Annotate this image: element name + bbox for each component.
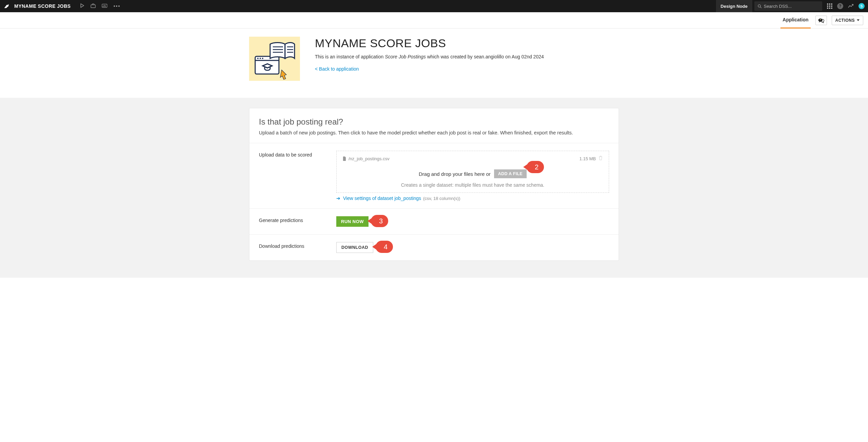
row-upload-label: Upload data to be scored: [259, 151, 336, 158]
delete-file-icon[interactable]: [599, 156, 603, 161]
uploaded-file-name: /nz_job_postings.csv: [348, 156, 390, 161]
search-icon: [758, 4, 762, 8]
trends-icon[interactable]: [848, 3, 854, 9]
dropzone-hint: Creates a single dataset: multiple files…: [343, 182, 603, 188]
card-description: Upload a batch of new job postings. Then…: [259, 130, 609, 135]
svg-rect-0: [91, 5, 95, 7]
project-name[interactable]: MYNAME SCORE JOBS: [14, 3, 71, 9]
download-button[interactable]: DOWNLOAD: [336, 242, 373, 253]
body-region: Is that job posting real? Upload a batch…: [0, 98, 868, 278]
search-box[interactable]: [754, 1, 822, 11]
user-avatar[interactable]: S: [858, 3, 865, 9]
chat-icon: [818, 18, 825, 23]
help-icon[interactable]: ?: [837, 3, 843, 9]
row-generate-label: Generate predictions: [259, 216, 336, 223]
svg-point-5: [758, 4, 760, 7]
svg-rect-3: [104, 5, 105, 6]
file-icon: [343, 156, 346, 161]
add-file-button[interactable]: ADD A FILE: [494, 169, 527, 178]
svg-rect-11: [255, 56, 279, 74]
row-download: Download predictions DOWNLOAD 4: [249, 235, 619, 260]
search-input[interactable]: [764, 4, 819, 9]
annotation-bubble-4: 4: [376, 241, 393, 253]
main-card: Is that job posting real? Upload a batch…: [249, 108, 619, 261]
caret-down-icon: [857, 19, 860, 21]
briefcase-icon[interactable]: [91, 3, 96, 9]
view-settings-link[interactable]: View settings of dataset job_postings: [343, 196, 421, 201]
uploaded-file-size: 1.15 MB: [580, 156, 596, 161]
annotation-bubble-3: 3: [371, 215, 388, 227]
actions-button[interactable]: ACTIONS: [832, 16, 864, 25]
dropzone-text: Drag and drop your files here or: [419, 171, 491, 177]
dashboard-icon[interactable]: [102, 3, 107, 9]
row-generate: Generate predictions RUN NOW 3: [249, 209, 619, 235]
row-download-label: Download predictions: [259, 242, 336, 249]
play-icon[interactable]: [80, 3, 84, 9]
svg-point-13: [257, 58, 259, 59]
card-title: Is that job posting real?: [259, 117, 609, 127]
discussions-button[interactable]: [815, 16, 827, 25]
svg-point-15: [262, 58, 263, 59]
row-upload: Upload data to be scored /nz_job_posting…: [249, 143, 619, 209]
uploaded-file-row: /nz_job_postings.csv 1.15 MB: [343, 156, 603, 161]
back-to-application-link[interactable]: < Back to application: [315, 66, 359, 72]
header-region: MYNAME SCORE JOBS This is an instance of…: [0, 29, 868, 98]
app-tile-image: [249, 37, 300, 81]
svg-point-14: [260, 58, 261, 59]
view-settings-line: ➔ View settings of dataset job_postings …: [336, 196, 609, 201]
svg-rect-4: [105, 5, 106, 7]
tab-application[interactable]: Application: [780, 12, 810, 29]
logo-bird-icon[interactable]: [3, 2, 10, 10]
subbar: Application ACTIONS: [0, 12, 868, 29]
topbar: MYNAME SCORE JOBS ••• Design Node ? S: [0, 0, 868, 12]
arrow-right-icon: ➔: [336, 196, 340, 201]
apps-grid-icon[interactable]: [827, 3, 832, 9]
app-title: MYNAME SCORE JOBS: [315, 37, 544, 50]
app-description: This is an instance of application Score…: [315, 54, 544, 59]
view-settings-meta: (csv, 18 column(s)): [423, 196, 460, 201]
design-node-button[interactable]: Design Node: [716, 0, 752, 12]
more-icon[interactable]: •••: [113, 3, 120, 9]
run-now-button[interactable]: RUN NOW: [336, 216, 369, 227]
actions-label: ACTIONS: [835, 18, 855, 23]
svg-rect-2: [103, 6, 103, 7]
svg-line-6: [760, 7, 761, 8]
dropzone[interactable]: /nz_job_postings.csv 1.15 MB Drag and dr…: [336, 151, 609, 193]
